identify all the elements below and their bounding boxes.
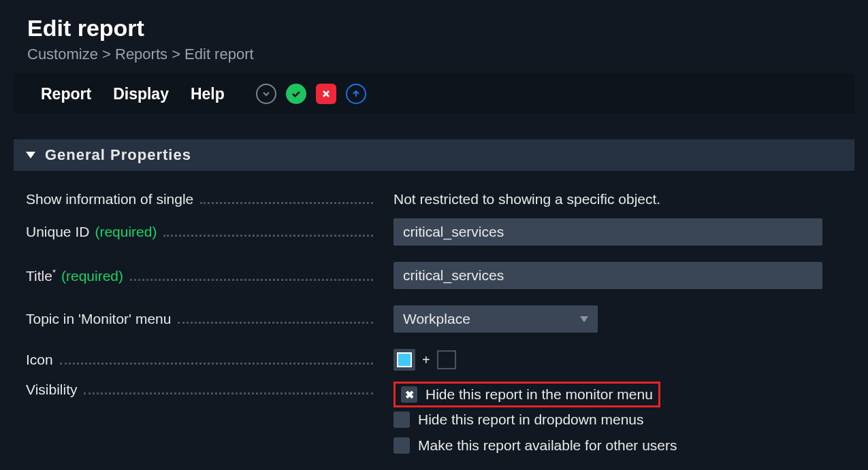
dotted-leader (130, 273, 373, 281)
section-title: General Properties (45, 146, 191, 164)
dotted-leader (60, 356, 373, 365)
arrow-up-circle-icon[interactable] (346, 84, 366, 104)
collapse-icon (26, 152, 35, 158)
unique-id-input[interactable] (393, 218, 822, 246)
label-icon: Icon (26, 352, 53, 368)
checkbox-hide-dropdown[interactable] (393, 412, 410, 428)
section-header-general[interactable]: General Properties (14, 139, 854, 171)
highlight-box: Hide this report in the monitor menu (393, 382, 660, 407)
dotted-leader (84, 386, 373, 395)
checkbox-label: Make this report available for other use… (418, 437, 677, 454)
report-icon (397, 352, 412, 367)
title-input[interactable] (393, 262, 822, 289)
checkbox-label: Hide this report in the monitor menu (425, 386, 653, 403)
icon-swatch-selected[interactable] (393, 349, 415, 371)
required-marker: (required) (95, 224, 157, 240)
dropdown-arrow-icon (580, 316, 588, 322)
breadcrumb[interactable]: Customize > Reports > Edit report (27, 46, 841, 63)
menu-report[interactable]: Report (41, 85, 91, 103)
label-unique-id: Unique ID (26, 224, 89, 240)
required-marker: (required) (61, 268, 123, 284)
label-topic: Topic in 'Monitor' menu (26, 311, 171, 327)
topic-select[interactable]: Workplace (393, 305, 598, 333)
dotted-leader (163, 229, 373, 237)
cancel-button[interactable] (316, 84, 336, 104)
dotted-leader (178, 316, 373, 324)
page-title: Edit report (27, 15, 841, 41)
checkbox-available-others[interactable] (393, 437, 410, 454)
menu-display[interactable]: Display (113, 85, 169, 103)
label-show-info: Show information of single (26, 191, 193, 207)
icon-swatch-empty[interactable] (437, 350, 456, 369)
toolbar: Report Display Help (14, 74, 854, 114)
label-title: Title* (26, 267, 56, 284)
topic-selected-value: Workplace (403, 311, 470, 327)
label-visibility: Visibility (26, 382, 77, 398)
checkbox-hide-monitor[interactable] (401, 386, 417, 403)
checkbox-label: Hide this report in dropdown menus (418, 412, 644, 428)
chevron-down-circle-icon[interactable] (256, 84, 276, 104)
value-show-info: Not restricted to showing a specific obj… (393, 191, 660, 207)
dotted-leader (200, 196, 373, 204)
plus-icon: + (422, 352, 430, 368)
save-button[interactable] (286, 84, 306, 104)
menu-help[interactable]: Help (191, 85, 225, 103)
